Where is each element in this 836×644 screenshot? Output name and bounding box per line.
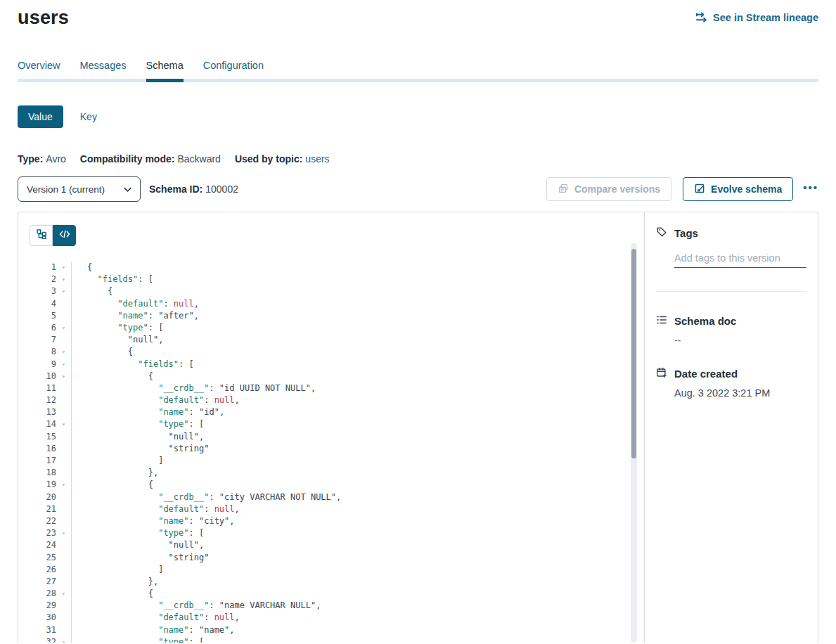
fold-spacer (56, 394, 71, 406)
fold-arrow-icon[interactable]: ▾ (56, 262, 71, 273)
line-number: 13 (30, 406, 56, 418)
tab-bar: Overview Messages Schema Configuration (0, 60, 836, 82)
fold-arrow-icon[interactable]: ▾ (56, 285, 71, 297)
code-line-text: "fields": [ (71, 359, 644, 371)
code-line-text: "name": "city", (71, 515, 644, 527)
code-line-text: "__crdb__": "city VARCHAR NOT NULL", (71, 491, 644, 503)
page-header: users See in Stream lineage (0, 0, 836, 29)
code-line-text: { (71, 346, 644, 358)
line-number: 14 (30, 418, 56, 430)
code-line-text: "string" (71, 443, 644, 455)
fold-arrow-icon[interactable]: ▾ (56, 527, 71, 539)
version-select[interactable]: Version 1 (current) (18, 176, 141, 202)
code-line-text: "__crdb__": "id UUID NOT NULL", (71, 382, 644, 394)
code-line: 15 "null", (30, 431, 644, 443)
fold-arrow-icon[interactable]: ▾ (56, 479, 71, 491)
stream-lineage-link[interactable]: See in Stream lineage (695, 7, 818, 23)
line-number: 9 (30, 359, 56, 371)
line-number: 11 (30, 382, 56, 394)
fold-arrow-icon[interactable]: ▾ (56, 636, 71, 643)
code-line: 6▾ "type": [ (30, 322, 644, 334)
code-line: 3▾ { (30, 285, 644, 297)
fold-spacer (56, 406, 71, 418)
tags-section-header: Tags (656, 226, 806, 240)
evolve-schema-button[interactable]: Evolve schema (683, 177, 793, 201)
code-line-text: }, (71, 467, 644, 479)
line-number: 12 (30, 394, 56, 406)
tags-title: Tags (674, 227, 698, 239)
line-number: 28 (30, 588, 56, 600)
schema-card: 1▾{2▾ "fields": [3▾ {4 "default": null,5… (18, 212, 818, 643)
fold-spacer (56, 443, 71, 455)
date-created-section-header: Date created (656, 367, 806, 380)
code-line: 28▾ { (30, 588, 644, 600)
code-line: 17 ] (30, 455, 644, 467)
code-line-text: { (71, 371, 644, 382)
code-line: 4 "default": null, (30, 298, 644, 310)
meta-topic-link[interactable]: users (305, 153, 329, 165)
tab-overview[interactable]: Overview (18, 60, 60, 79)
fold-arrow-icon[interactable]: ▾ (56, 371, 71, 382)
code-line: 31 "name": "name", (30, 624, 644, 636)
code-line: 14▾ "type": [ (30, 418, 644, 430)
fold-arrow-icon[interactable]: ▾ (56, 359, 71, 371)
compare-versions-button[interactable]: Compare versions (546, 177, 671, 201)
code-view-icon (59, 229, 70, 242)
line-number: 7 (30, 334, 56, 346)
code-line: 2▾ "fields": [ (30, 273, 644, 285)
code-line: 10▾ { (30, 371, 644, 382)
code-line: 29 "__crdb__": "name VARCHAR NULL", (30, 600, 644, 612)
line-number: 4 (30, 298, 56, 310)
line-number: 24 (30, 539, 56, 551)
fold-spacer (56, 310, 71, 322)
tag-icon (656, 226, 667, 240)
fold-arrow-icon[interactable]: ▾ (56, 273, 71, 285)
tree-view-button[interactable] (30, 225, 53, 246)
fold-spacer (56, 467, 71, 479)
code-line-text: ] (71, 564, 644, 576)
code-line: 16 "string" (30, 443, 644, 455)
fold-spacer (56, 334, 71, 346)
code-editor[interactable]: 1▾{2▾ "fields": [3▾ {4 "default": null,5… (30, 262, 644, 643)
fold-arrow-icon[interactable]: ▾ (56, 322, 71, 334)
fold-arrow-icon[interactable]: ▾ (56, 346, 71, 358)
code-line-text: { (71, 262, 644, 273)
editor-scrollbar-track[interactable] (631, 243, 637, 643)
code-line: 11 "__crdb__": "id UUID NOT NULL", (30, 382, 644, 394)
fold-arrow-icon[interactable]: ▾ (56, 418, 71, 430)
editor-scrollbar-thumb[interactable] (631, 249, 636, 458)
value-toggle-button[interactable]: Value (18, 105, 63, 128)
tab-messages[interactable]: Messages (79, 60, 126, 79)
stream-lineage-label: See in Stream lineage (713, 12, 818, 23)
code-line: 22 "name": "city", (30, 515, 644, 527)
code-line-text: "default": null, (71, 503, 644, 515)
tags-input-wrap (674, 252, 806, 268)
more-options-button[interactable]: ••• (803, 182, 818, 197)
edit-icon (694, 183, 705, 196)
side-divider (656, 291, 806, 292)
stream-lineage-icon (695, 12, 708, 23)
fold-spacer (56, 539, 71, 551)
key-toggle-link[interactable]: Key (80, 111, 97, 122)
line-number: 32 (30, 636, 56, 643)
code-line-text: { (71, 479, 644, 491)
line-number: 5 (30, 310, 56, 322)
line-number: 3 (30, 285, 56, 297)
list-icon (656, 314, 667, 328)
tree-view-icon (36, 228, 47, 243)
tab-schema[interactable]: Schema (146, 60, 184, 79)
code-line-text: "null", (71, 431, 644, 443)
code-view-button[interactable] (53, 225, 76, 246)
meta-type: Type:Avro (18, 153, 66, 165)
meta-topic: Used by topic:users (235, 153, 330, 165)
code-line-text: "type": [ (71, 527, 644, 539)
code-line-text: { (71, 285, 644, 297)
fold-arrow-icon[interactable]: ▾ (56, 588, 71, 600)
meta-compatibility-label: Compatibility mode: (80, 153, 175, 165)
line-number: 2 (30, 273, 56, 285)
tags-input[interactable] (674, 252, 806, 268)
code-line: 13 "name": "id", (30, 406, 644, 418)
code-line: 32▾ "type": [ (30, 636, 644, 643)
tab-configuration[interactable]: Configuration (203, 60, 264, 79)
fold-spacer (56, 612, 71, 624)
